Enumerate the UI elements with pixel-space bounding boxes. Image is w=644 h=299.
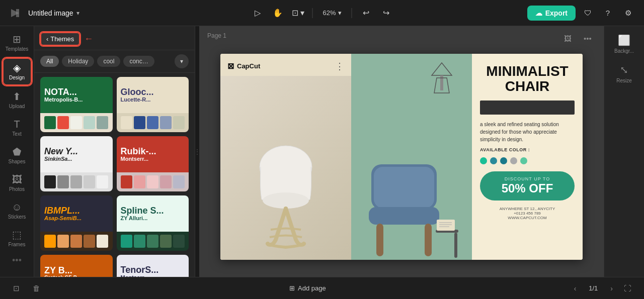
filter-bar: All Holiday cool conc… ▾ (34, 50, 195, 73)
theme-card-ibmpl[interactable]: IBMPL... Asap-SemiB... (40, 195, 113, 251)
undo-button[interactable]: ↩ (358, 5, 374, 21)
color-swatch (160, 116, 172, 129)
panel-resize-handle[interactable] (195, 26, 199, 277)
hand-tool-button[interactable]: ✋ (270, 5, 286, 21)
page-more-icon[interactable]: ••• (580, 30, 596, 46)
prev-page-button[interactable]: ‹ (571, 282, 580, 294)
top-bar-left: Untitled image ▾ (8, 6, 79, 20)
color-swatch (97, 175, 108, 188)
capcut-logo-icon: ⊠ (227, 61, 234, 71)
settings-button[interactable]: ⚙ (620, 5, 636, 21)
color-swatch (147, 175, 158, 188)
chair-title: MINIMALIST CHAIR (480, 64, 575, 95)
discount-badge: DISCOUNT UP TO 50% OFF (480, 171, 575, 201)
sidebar-item-design[interactable]: ◈ Design (3, 58, 32, 85)
shield-icon-button[interactable]: 🛡 (580, 5, 596, 21)
svg-rect-6 (374, 167, 434, 208)
theme-spline-sub: ZY Alluri... (121, 215, 148, 221)
color-swatch (57, 235, 69, 248)
blue-chair-svg (361, 144, 462, 260)
help-button[interactable]: ? (600, 5, 616, 21)
color-swatch (84, 235, 95, 248)
canvas-content: ⊠ CapCut ⋮ (199, 26, 604, 277)
right-sidebar-resize[interactable]: ⤡ Resize (606, 60, 642, 87)
next-page-button[interactable]: › (607, 282, 616, 294)
theme-card-zy[interactable]: ZY B... Grotesk GF-B... (40, 255, 113, 277)
filter-more-button[interactable]: ▾ (175, 54, 189, 68)
page-image-icon[interactable]: 🖼 (559, 30, 576, 46)
theme-card-glooc[interactable]: Glooc... Lucette-R... (117, 77, 189, 132)
background-icon: ⬜ (618, 34, 630, 46)
filter-conc[interactable]: conc… (123, 56, 154, 67)
trash-button[interactable]: 🗑 (28, 280, 44, 296)
color-dot-1 (480, 157, 487, 164)
svg-rect-11 (454, 233, 457, 258)
color-swatch (44, 175, 56, 188)
color-dot-3 (500, 157, 507, 164)
add-page-label: Add page (298, 284, 326, 292)
back-button[interactable]: ‹ Themes (40, 32, 80, 46)
present-button[interactable]: ⊡ (8, 280, 24, 296)
color-swatch (70, 116, 82, 129)
resize-icon: ⤡ (620, 64, 628, 76)
theme-newy-sub: SinkinSa... (44, 156, 72, 162)
sidebar-item-photos[interactable]: 🖼 Photos (3, 170, 32, 196)
file-title-dropdown[interactable]: Untitled image ▾ (28, 9, 79, 17)
discount-amount: 50% OFF (487, 181, 568, 195)
right-sidebar-background[interactable]: ⬜ Backgr... (606, 30, 642, 58)
frame-tool-button[interactable]: ⊡ ▾ (290, 5, 306, 21)
back-arrow-icon: ‹ (46, 35, 48, 43)
theme-card-newy[interactable]: New Y... SinkinSa... (40, 136, 113, 191)
sidebar-item-text[interactable]: T Text (3, 115, 32, 141)
add-page-icon: ⊞ (289, 284, 295, 292)
capcut-menu-icon[interactable]: ⋮ (335, 61, 344, 72)
stickers-icon: ☺ (12, 202, 22, 212)
zoom-control[interactable]: 62% ▾ (318, 7, 345, 19)
theme-ibmpl-sub: Asap-SemiB... (44, 215, 82, 221)
svg-rect-7 (369, 207, 439, 225)
theme-nota-name: NOTA... (44, 87, 77, 96)
theme-card-tenor[interactable]: TenorS... Montserr... (117, 255, 189, 277)
color-swatch (70, 235, 82, 248)
zoom-value: 62% (323, 9, 336, 17)
sidebar-item-frames[interactable]: ⬚ Frames (3, 226, 32, 251)
discount-label: DISCOUNT UP TO (487, 176, 568, 181)
canvas-area: Page 1 🖼 ••• ⊠ CapCut ⋮ (199, 26, 604, 277)
color-swatch (173, 116, 185, 129)
theme-card-spline[interactable]: Spline S... ZY Alluri... (117, 195, 189, 251)
theme-tenor-name: TenorS... (121, 265, 159, 274)
templates-icon: ⊞ (13, 34, 21, 44)
filter-cool[interactable]: cool (97, 56, 120, 67)
export-button[interactable]: ☁ Export (527, 6, 576, 21)
panels-area: ‹ Themes ← All Holiday cool conc… ▾ NOTA… (34, 26, 644, 277)
design-canvas: ⊠ CapCut ⋮ (220, 54, 583, 260)
chevron-down-icon: ▾ (76, 10, 79, 17)
bottom-right: ‹ 1/1 › ⛶ (571, 280, 636, 296)
redo-button[interactable]: ↪ (378, 5, 394, 21)
left-sidebar: ⊞ Templates ◈ Design ⬆ Upload T Text ⬟ S… (0, 26, 34, 277)
theme-card-rubik[interactable]: Rubik-... Montserr... (117, 136, 189, 191)
page-actions: 🖼 ••• (559, 30, 596, 46)
color-dots (480, 157, 575, 164)
filter-all[interactable]: All (40, 56, 59, 67)
color-swatch (44, 116, 56, 129)
color-swatch (97, 116, 108, 129)
sidebar-item-shapes[interactable]: ⬟ Shapes (3, 143, 32, 168)
main-area: ⊞ Templates ◈ Design ⬆ Upload T Text ⬟ S… (0, 26, 644, 277)
export-label: Export (545, 9, 568, 17)
theme-card-nota[interactable]: NOTA... Metropolis-B... (40, 77, 113, 132)
color-swatch (121, 235, 132, 248)
add-page-button[interactable]: ⊞ Add page (285, 282, 330, 294)
sidebar-item-templates[interactable]: ⊞ Templates (3, 30, 32, 56)
theme-nota-sub: Metropolis-B... (44, 96, 83, 103)
select-tool-button[interactable]: ▷ (250, 5, 266, 21)
bottom-bar: ⊡ 🗑 ⊞ Add page ‹ 1/1 › ⛶ (0, 277, 644, 299)
color-swatch (84, 116, 95, 129)
filter-holiday[interactable]: Holiday (62, 56, 94, 67)
color-swatch (134, 235, 145, 248)
sidebar-item-upload[interactable]: ⬆ Upload (3, 87, 32, 113)
theme-glooc-sub: Lucette-R... (121, 96, 151, 103)
fullscreen-button[interactable]: ⛶ (620, 280, 636, 296)
upload-icon: ⬆ (13, 91, 21, 102)
sidebar-item-stickers[interactable]: ☺ Stickers (3, 198, 32, 224)
